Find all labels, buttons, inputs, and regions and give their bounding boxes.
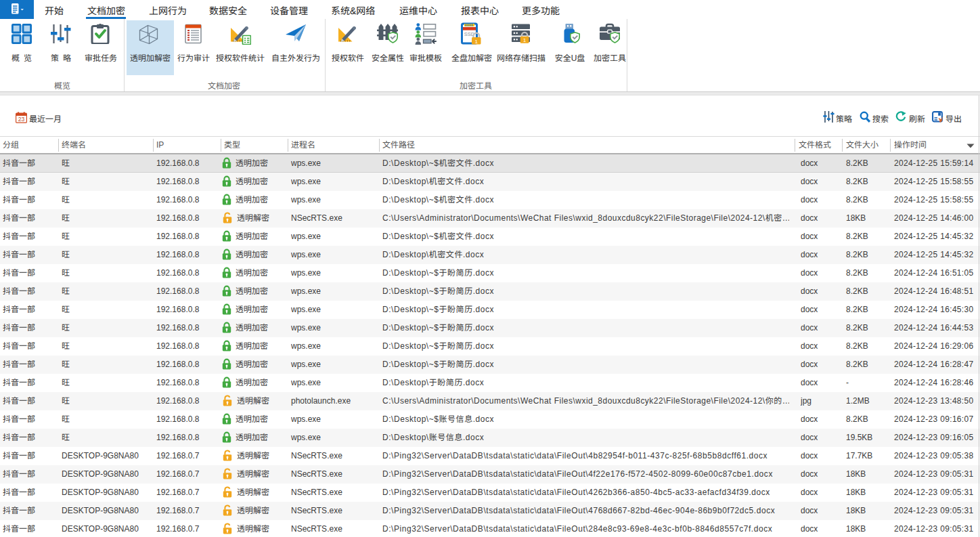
svg-text:1: 1	[523, 37, 526, 43]
svg-text:1: 1	[474, 39, 478, 45]
svg-text:23: 23	[18, 116, 25, 123]
